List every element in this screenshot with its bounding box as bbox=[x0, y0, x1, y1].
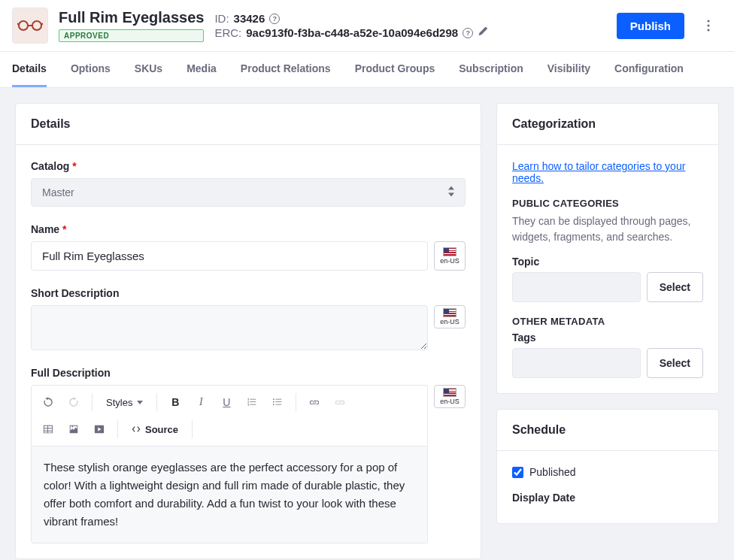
id-label: ID: bbox=[214, 12, 229, 25]
name-input[interactable] bbox=[31, 241, 428, 271]
editor-toolbar: Styles B I U bbox=[31, 385, 428, 446]
page-header: Full Rim Eyeglasses APPROVED ID: 33426 ?… bbox=[0, 0, 734, 52]
image-button[interactable] bbox=[62, 417, 86, 441]
tab-media[interactable]: Media bbox=[187, 52, 217, 87]
publish-button[interactable]: Publish bbox=[617, 13, 684, 39]
short-description-input[interactable] bbox=[31, 305, 428, 350]
tab-details[interactable]: Details bbox=[12, 52, 47, 87]
source-button[interactable]: Source bbox=[124, 424, 186, 435]
full-description-editor[interactable]: These stylish orange eyeglasses are the … bbox=[31, 446, 428, 543]
published-checkbox[interactable] bbox=[512, 467, 523, 478]
tags-select-button[interactable]: Select bbox=[647, 348, 703, 378]
tab-subscription[interactable]: Subscription bbox=[459, 52, 523, 87]
bold-button[interactable]: B bbox=[163, 390, 187, 414]
product-thumbnail bbox=[12, 8, 48, 44]
svg-point-2 bbox=[707, 20, 709, 22]
product-title: Full Rim Eyeglasses bbox=[59, 9, 204, 26]
topic-select-button[interactable]: Select bbox=[647, 272, 703, 302]
locale-button[interactable]: en-US bbox=[434, 241, 466, 271]
edit-erc-icon[interactable] bbox=[478, 26, 488, 39]
tab-configuration[interactable]: Configuration bbox=[614, 52, 684, 87]
erc-label: ERC: bbox=[214, 26, 241, 39]
public-categories-help: They can be displayed through pages, wid… bbox=[512, 213, 703, 245]
svg-point-1 bbox=[32, 21, 41, 30]
topic-label: Topic bbox=[512, 256, 703, 268]
more-actions-button[interactable] bbox=[695, 12, 722, 39]
undo-button[interactable] bbox=[36, 390, 60, 414]
topic-input[interactable] bbox=[512, 272, 641, 302]
svg-point-5 bbox=[273, 398, 274, 400]
categorization-panel: Categorization Learn how to tailor categ… bbox=[496, 103, 719, 394]
status-badge: APPROVED bbox=[59, 29, 204, 42]
tab-product-groups[interactable]: Product Groups bbox=[355, 52, 435, 87]
tab-options[interactable]: Options bbox=[71, 52, 111, 87]
public-categories-heading: PUBLIC CATEGORIES bbox=[512, 198, 703, 209]
video-button[interactable] bbox=[87, 417, 111, 441]
categorization-help-link[interactable]: Learn how to tailor categories to your n… bbox=[512, 160, 685, 184]
svg-point-0 bbox=[19, 21, 28, 30]
us-flag-icon bbox=[443, 308, 456, 317]
tabs-nav: Details Options SKUs Media Product Relat… bbox=[0, 52, 734, 88]
italic-button[interactable]: I bbox=[189, 390, 213, 414]
ai-button[interactable] bbox=[199, 417, 223, 441]
us-flag-icon bbox=[443, 247, 456, 256]
svg-point-3 bbox=[707, 24, 709, 26]
link-button[interactable] bbox=[302, 390, 326, 414]
locale-button[interactable]: en-US bbox=[434, 385, 466, 408]
styles-dropdown[interactable]: Styles bbox=[99, 397, 150, 408]
catalog-value: Master bbox=[42, 186, 74, 198]
full-description-label: Full Description bbox=[31, 367, 466, 379]
svg-point-6 bbox=[273, 401, 274, 403]
name-label: Name * bbox=[31, 223, 466, 235]
catalog-label: Catalog * bbox=[31, 160, 466, 172]
schedule-panel: Schedule Published Display Date bbox=[496, 409, 719, 524]
tags-label: Tags bbox=[512, 331, 703, 344]
schedule-title: Schedule bbox=[497, 410, 718, 451]
tab-product-relations[interactable]: Product Relations bbox=[241, 52, 331, 87]
info-icon[interactable]: ? bbox=[463, 28, 473, 38]
categorization-title: Categorization bbox=[497, 104, 718, 145]
erc-value: 9ac913f0-f3ba-c448-a52e-10a094e6d298 bbox=[246, 26, 458, 39]
us-flag-icon bbox=[443, 388, 456, 397]
redo-button[interactable] bbox=[62, 390, 86, 414]
ordered-list-button[interactable] bbox=[240, 390, 264, 414]
short-description-label: Short Description bbox=[31, 287, 466, 299]
unlink-button[interactable] bbox=[328, 390, 352, 414]
tags-input[interactable] bbox=[512, 348, 641, 378]
tab-skus[interactable]: SKUs bbox=[135, 52, 162, 87]
details-panel: Details Catalog * Master Name * bbox=[15, 103, 481, 559]
tab-visibility[interactable]: Visibility bbox=[547, 52, 590, 87]
table-button[interactable] bbox=[36, 417, 60, 441]
unordered-list-button[interactable] bbox=[265, 390, 290, 414]
display-date-label: Display Date bbox=[512, 492, 703, 504]
chevron-updown-icon bbox=[448, 186, 454, 199]
svg-point-4 bbox=[707, 29, 709, 31]
published-label: Published bbox=[529, 466, 576, 478]
locale-button[interactable]: en-US bbox=[434, 305, 466, 328]
svg-point-7 bbox=[273, 404, 274, 405]
info-icon[interactable]: ? bbox=[269, 14, 280, 24]
catalog-select[interactable]: Master bbox=[31, 178, 466, 207]
id-value: 33426 bbox=[234, 12, 265, 25]
other-metadata-heading: OTHER METADATA bbox=[512, 316, 703, 327]
details-panel-title: Details bbox=[16, 104, 481, 145]
underline-button[interactable]: U bbox=[214, 390, 238, 414]
